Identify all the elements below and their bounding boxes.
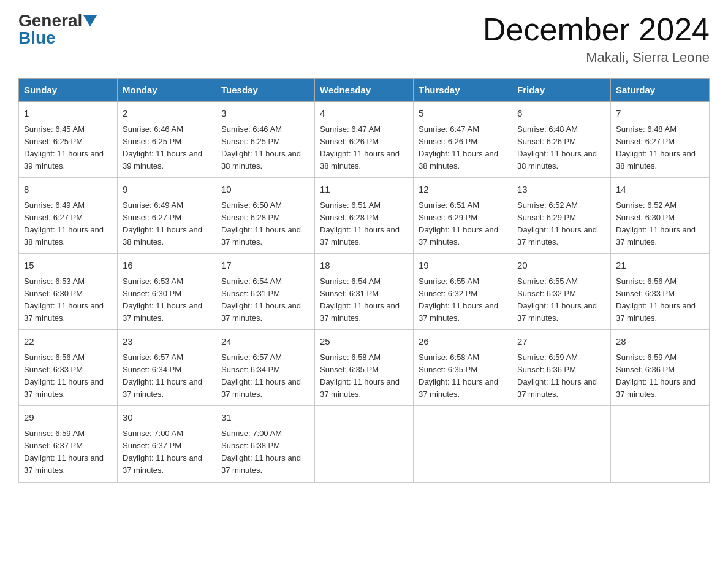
day-info: Sunrise: 6:55 AMSunset: 6:32 PMDaylight:…	[419, 277, 498, 323]
day-info: Sunrise: 6:56 AMSunset: 6:33 PMDaylight:…	[24, 353, 104, 399]
day-number: 29	[24, 411, 112, 425]
day-number: 1	[24, 107, 112, 121]
day-cell-24: 24 Sunrise: 6:57 AMSunset: 6:34 PMDaylig…	[216, 330, 315, 406]
day-cell-2: 2 Sunrise: 6:46 AMSunset: 6:25 PMDayligh…	[118, 102, 216, 178]
day-info: Sunrise: 6:46 AMSunset: 6:25 PMDaylight:…	[221, 124, 301, 170]
day-cell-27: 27 Sunrise: 6:59 AMSunset: 6:36 PMDaylig…	[512, 330, 611, 406]
day-number: 5	[419, 107, 507, 121]
week-row-4: 22 Sunrise: 6:56 AMSunset: 6:33 PMDaylig…	[19, 330, 710, 406]
day-info: Sunrise: 6:47 AMSunset: 6:26 PMDaylight:…	[320, 124, 400, 170]
logo-triangle-icon	[83, 15, 97, 26]
empty-cell	[512, 406, 611, 482]
weekday-header-tuesday: Tuesday	[216, 79, 315, 102]
day-cell-23: 23 Sunrise: 6:57 AMSunset: 6:34 PMDaylig…	[118, 330, 216, 406]
calendar-table: SundayMondayTuesdayWednesdayThursdayFrid…	[18, 78, 710, 482]
day-info: Sunrise: 7:00 AMSunset: 6:38 PMDaylight:…	[221, 429, 301, 475]
week-row-3: 15 Sunrise: 6:53 AMSunset: 6:30 PMDaylig…	[19, 254, 710, 330]
day-number: 9	[123, 183, 211, 197]
day-number: 6	[517, 107, 605, 121]
day-number: 25	[320, 335, 408, 349]
day-number: 18	[320, 259, 408, 273]
day-number: 12	[419, 183, 507, 197]
day-number: 23	[123, 335, 211, 349]
day-info: Sunrise: 6:52 AMSunset: 6:30 PMDaylight:…	[616, 201, 696, 247]
day-number: 16	[123, 259, 211, 273]
svg-marker-0	[83, 15, 97, 26]
day-cell-13: 13 Sunrise: 6:52 AMSunset: 6:29 PMDaylig…	[512, 178, 611, 254]
day-info: Sunrise: 6:45 AMSunset: 6:25 PMDaylight:…	[24, 124, 104, 170]
weekday-header-monday: Monday	[118, 79, 216, 102]
day-cell-17: 17 Sunrise: 6:54 AMSunset: 6:31 PMDaylig…	[216, 254, 315, 330]
day-number: 17	[221, 259, 309, 273]
day-cell-7: 7 Sunrise: 6:48 AMSunset: 6:27 PMDayligh…	[611, 102, 710, 178]
day-number: 30	[123, 411, 211, 425]
day-info: Sunrise: 6:59 AMSunset: 6:36 PMDaylight:…	[616, 353, 696, 399]
day-number: 31	[221, 411, 309, 425]
empty-cell	[414, 406, 512, 482]
day-cell-1: 1 Sunrise: 6:45 AMSunset: 6:25 PMDayligh…	[19, 102, 118, 178]
day-info: Sunrise: 6:59 AMSunset: 6:36 PMDaylight:…	[517, 353, 597, 399]
day-number: 19	[419, 259, 507, 273]
day-number: 11	[320, 183, 408, 197]
day-cell-11: 11 Sunrise: 6:51 AMSunset: 6:28 PMDaylig…	[315, 178, 414, 254]
day-number: 13	[517, 183, 605, 197]
day-info: Sunrise: 6:53 AMSunset: 6:30 PMDaylight:…	[24, 277, 104, 323]
day-info: Sunrise: 6:47 AMSunset: 6:26 PMDaylight:…	[419, 124, 498, 170]
day-info: Sunrise: 6:48 AMSunset: 6:26 PMDaylight:…	[517, 124, 597, 170]
day-number: 24	[221, 335, 309, 349]
day-cell-20: 20 Sunrise: 6:55 AMSunset: 6:32 PMDaylig…	[512, 254, 611, 330]
day-info: Sunrise: 7:00 AMSunset: 6:37 PMDaylight:…	[123, 429, 202, 475]
week-row-1: 1 Sunrise: 6:45 AMSunset: 6:25 PMDayligh…	[19, 102, 710, 178]
day-info: Sunrise: 6:57 AMSunset: 6:34 PMDaylight:…	[123, 353, 202, 399]
page-title: December 2024	[483, 12, 710, 47]
day-cell-14: 14 Sunrise: 6:52 AMSunset: 6:30 PMDaylig…	[611, 178, 710, 254]
day-number: 28	[616, 335, 704, 349]
day-number: 27	[517, 335, 605, 349]
day-info: Sunrise: 6:50 AMSunset: 6:28 PMDaylight:…	[221, 201, 301, 247]
day-number: 4	[320, 107, 408, 121]
day-number: 20	[517, 259, 605, 273]
weekday-header-thursday: Thursday	[414, 79, 512, 102]
day-cell-18: 18 Sunrise: 6:54 AMSunset: 6:31 PMDaylig…	[315, 254, 414, 330]
day-cell-29: 29 Sunrise: 6:59 AMSunset: 6:37 PMDaylig…	[19, 406, 118, 482]
week-row-2: 8 Sunrise: 6:49 AMSunset: 6:27 PMDayligh…	[19, 178, 710, 254]
day-number: 8	[24, 183, 112, 197]
day-cell-9: 9 Sunrise: 6:49 AMSunset: 6:27 PMDayligh…	[118, 178, 216, 254]
day-cell-3: 3 Sunrise: 6:46 AMSunset: 6:25 PMDayligh…	[216, 102, 315, 178]
day-cell-8: 8 Sunrise: 6:49 AMSunset: 6:27 PMDayligh…	[19, 178, 118, 254]
day-info: Sunrise: 6:54 AMSunset: 6:31 PMDaylight:…	[320, 277, 400, 323]
day-info: Sunrise: 6:51 AMSunset: 6:29 PMDaylight:…	[419, 201, 498, 247]
weekday-header-wednesday: Wednesday	[315, 79, 414, 102]
day-cell-30: 30 Sunrise: 7:00 AMSunset: 6:37 PMDaylig…	[118, 406, 216, 482]
logo: General Blue	[18, 12, 97, 47]
weekday-header-sunday: Sunday	[19, 79, 118, 102]
day-info: Sunrise: 6:58 AMSunset: 6:35 PMDaylight:…	[419, 353, 498, 399]
day-cell-21: 21 Sunrise: 6:56 AMSunset: 6:33 PMDaylig…	[611, 254, 710, 330]
day-number: 10	[221, 183, 309, 197]
day-cell-12: 12 Sunrise: 6:51 AMSunset: 6:29 PMDaylig…	[414, 178, 512, 254]
weekday-header-friday: Friday	[512, 79, 611, 102]
weekday-header-row: SundayMondayTuesdayWednesdayThursdayFrid…	[19, 79, 710, 102]
day-cell-5: 5 Sunrise: 6:47 AMSunset: 6:26 PMDayligh…	[414, 102, 512, 178]
day-number: 3	[221, 107, 309, 121]
day-cell-25: 25 Sunrise: 6:58 AMSunset: 6:35 PMDaylig…	[315, 330, 414, 406]
day-info: Sunrise: 6:48 AMSunset: 6:27 PMDaylight:…	[616, 124, 696, 170]
day-number: 26	[419, 335, 507, 349]
empty-cell	[315, 406, 414, 482]
day-info: Sunrise: 6:57 AMSunset: 6:34 PMDaylight:…	[221, 353, 301, 399]
day-info: Sunrise: 6:46 AMSunset: 6:25 PMDaylight:…	[123, 124, 202, 170]
day-number: 21	[616, 259, 704, 273]
day-cell-16: 16 Sunrise: 6:53 AMSunset: 6:30 PMDaylig…	[118, 254, 216, 330]
logo-general-text: General	[18, 12, 82, 29]
day-info: Sunrise: 6:52 AMSunset: 6:29 PMDaylight:…	[517, 201, 597, 247]
day-info: Sunrise: 6:51 AMSunset: 6:28 PMDaylight:…	[320, 201, 400, 247]
day-cell-19: 19 Sunrise: 6:55 AMSunset: 6:32 PMDaylig…	[414, 254, 512, 330]
day-cell-10: 10 Sunrise: 6:50 AMSunset: 6:28 PMDaylig…	[216, 178, 315, 254]
day-cell-26: 26 Sunrise: 6:58 AMSunset: 6:35 PMDaylig…	[414, 330, 512, 406]
day-info: Sunrise: 6:58 AMSunset: 6:35 PMDaylight:…	[320, 353, 400, 399]
day-cell-4: 4 Sunrise: 6:47 AMSunset: 6:26 PMDayligh…	[315, 102, 414, 178]
day-cell-28: 28 Sunrise: 6:59 AMSunset: 6:36 PMDaylig…	[611, 330, 710, 406]
logo-blue-text: Blue	[18, 28, 56, 47]
day-number: 2	[123, 107, 211, 121]
day-number: 14	[616, 183, 704, 197]
